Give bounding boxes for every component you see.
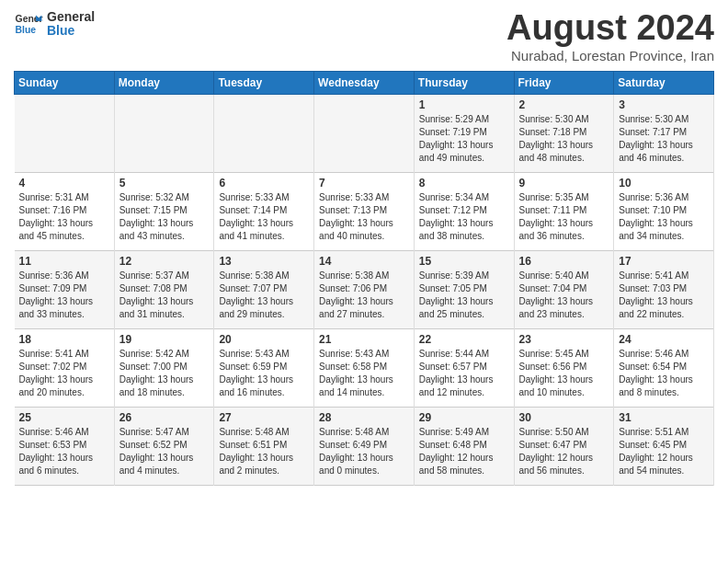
cell-info: Sunrise: 5:30 AM Sunset: 7:18 PM Dayligh… [519, 113, 609, 165]
week-row-3: 11Sunrise: 5:36 AM Sunset: 7:09 PM Dayli… [15, 250, 714, 328]
title-area: August 2024 Nurabad, Lorestan Province, … [506, 9, 714, 63]
week-row-2: 4Sunrise: 5:31 AM Sunset: 7:16 PM Daylig… [15, 172, 714, 250]
cell-info: Sunrise: 5:46 AM Sunset: 6:54 PM Dayligh… [619, 348, 709, 399]
day-number: 29 [419, 411, 509, 424]
day-number: 8 [419, 177, 509, 190]
header-friday: Friday [514, 71, 614, 94]
cell-info: Sunrise: 5:43 AM Sunset: 6:58 PM Dayligh… [319, 348, 409, 399]
week-row-1: 1Sunrise: 5:29 AM Sunset: 7:19 PM Daylig… [15, 94, 714, 172]
cell-info: Sunrise: 5:45 AM Sunset: 6:56 PM Dayligh… [519, 348, 609, 399]
calendar-cell: 30Sunrise: 5:50 AM Sunset: 6:47 PM Dayli… [514, 407, 614, 485]
calendar-table: SundayMondayTuesdayWednesdayThursdayFrid… [14, 71, 714, 486]
day-number: 22 [419, 333, 509, 346]
day-number: 6 [219, 177, 309, 190]
calendar-cell: 31Sunrise: 5:51 AM Sunset: 6:45 PM Dayli… [614, 407, 714, 485]
calendar-cell: 17Sunrise: 5:41 AM Sunset: 7:03 PM Dayli… [614, 250, 714, 328]
cell-info: Sunrise: 5:42 AM Sunset: 7:00 PM Dayligh… [119, 348, 210, 399]
header-row: SundayMondayTuesdayWednesdayThursdayFrid… [15, 71, 714, 94]
day-number: 19 [119, 333, 210, 346]
calendar-cell: 10Sunrise: 5:36 AM Sunset: 7:10 PM Dayli… [614, 172, 714, 250]
day-number: 10 [619, 177, 709, 190]
cell-info: Sunrise: 5:33 AM Sunset: 7:13 PM Dayligh… [319, 191, 409, 243]
day-number: 5 [119, 177, 210, 190]
calendar-cell: 15Sunrise: 5:39 AM Sunset: 7:05 PM Dayli… [414, 250, 514, 328]
cell-info: Sunrise: 5:50 AM Sunset: 6:47 PM Dayligh… [519, 426, 609, 477]
cell-info: Sunrise: 5:49 AM Sunset: 6:48 PM Dayligh… [419, 426, 509, 477]
cell-info: Sunrise: 5:44 AM Sunset: 6:57 PM Dayligh… [419, 348, 509, 399]
day-number: 20 [219, 333, 309, 346]
cell-info: Sunrise: 5:36 AM Sunset: 7:10 PM Dayligh… [619, 191, 709, 243]
calendar-cell: 11Sunrise: 5:36 AM Sunset: 7:09 PM Dayli… [15, 250, 115, 328]
day-number: 27 [219, 411, 309, 424]
calendar-cell: 27Sunrise: 5:48 AM Sunset: 6:51 PM Dayli… [214, 407, 314, 485]
day-number: 21 [319, 333, 409, 346]
calendar-cell: 24Sunrise: 5:46 AM Sunset: 6:54 PM Dayli… [614, 328, 714, 407]
day-number: 14 [319, 255, 409, 268]
day-number: 23 [519, 333, 609, 346]
calendar-cell: 19Sunrise: 5:42 AM Sunset: 7:00 PM Dayli… [114, 328, 214, 407]
day-number: 12 [119, 255, 210, 268]
day-number: 24 [619, 333, 709, 346]
calendar-cell: 6Sunrise: 5:33 AM Sunset: 7:14 PM Daylig… [214, 172, 314, 250]
calendar-cell: 26Sunrise: 5:47 AM Sunset: 6:52 PM Dayli… [114, 407, 214, 485]
day-number: 28 [319, 411, 409, 424]
day-number: 16 [519, 255, 609, 268]
cell-info: Sunrise: 5:38 AM Sunset: 7:06 PM Dayligh… [319, 270, 409, 321]
cell-info: Sunrise: 5:36 AM Sunset: 7:09 PM Dayligh… [19, 270, 109, 321]
header-tuesday: Tuesday [214, 71, 314, 94]
cell-info: Sunrise: 5:37 AM Sunset: 7:08 PM Dayligh… [119, 270, 210, 321]
cell-info: Sunrise: 5:48 AM Sunset: 6:49 PM Dayligh… [319, 426, 409, 477]
cell-info: Sunrise: 5:41 AM Sunset: 7:03 PM Dayligh… [619, 270, 709, 321]
location-subtitle: Nurabad, Lorestan Province, Iran [506, 48, 714, 63]
calendar-cell [15, 94, 115, 172]
calendar-cell: 21Sunrise: 5:43 AM Sunset: 6:58 PM Dayli… [314, 328, 415, 407]
cell-info: Sunrise: 5:38 AM Sunset: 7:07 PM Dayligh… [219, 270, 309, 321]
calendar-cell: 20Sunrise: 5:43 AM Sunset: 6:59 PM Dayli… [214, 328, 314, 407]
day-number: 4 [19, 177, 109, 190]
day-number: 11 [19, 255, 109, 268]
cell-info: Sunrise: 5:39 AM Sunset: 7:05 PM Dayligh… [419, 270, 509, 321]
cell-info: Sunrise: 5:35 AM Sunset: 7:11 PM Dayligh… [519, 191, 609, 243]
calendar-cell: 22Sunrise: 5:44 AM Sunset: 6:57 PM Dayli… [414, 328, 514, 407]
calendar-cell: 25Sunrise: 5:46 AM Sunset: 6:53 PM Dayli… [15, 407, 115, 485]
calendar-cell: 8Sunrise: 5:34 AM Sunset: 7:12 PM Daylig… [414, 172, 514, 250]
calendar-cell: 16Sunrise: 5:40 AM Sunset: 7:04 PM Dayli… [514, 250, 614, 328]
day-number: 26 [119, 411, 210, 424]
day-number: 30 [519, 411, 609, 424]
calendar-cell [214, 94, 314, 172]
cell-info: Sunrise: 5:51 AM Sunset: 6:45 PM Dayligh… [619, 426, 709, 477]
calendar-cell: 9Sunrise: 5:35 AM Sunset: 7:11 PM Daylig… [514, 172, 614, 250]
calendar-cell [114, 94, 214, 172]
week-row-5: 25Sunrise: 5:46 AM Sunset: 6:53 PM Dayli… [15, 407, 714, 485]
day-number: 18 [19, 333, 109, 346]
day-number: 1 [419, 98, 509, 111]
day-number: 2 [519, 98, 609, 111]
calendar-cell: 12Sunrise: 5:37 AM Sunset: 7:08 PM Dayli… [114, 250, 214, 328]
svg-text:Blue: Blue [16, 25, 37, 35]
calendar-cell: 28Sunrise: 5:48 AM Sunset: 6:49 PM Dayli… [314, 407, 415, 485]
day-number: 15 [419, 255, 509, 268]
day-number: 25 [19, 411, 109, 424]
header-sunday: Sunday [15, 71, 115, 94]
logo-icon: General Blue [14, 9, 43, 39]
month-title: August 2024 [506, 9, 714, 48]
cell-info: Sunrise: 5:47 AM Sunset: 6:52 PM Dayligh… [119, 426, 210, 477]
cell-info: Sunrise: 5:48 AM Sunset: 6:51 PM Dayligh… [219, 426, 309, 477]
calendar-cell: 23Sunrise: 5:45 AM Sunset: 6:56 PM Dayli… [514, 328, 614, 407]
header-monday: Monday [114, 71, 214, 94]
header-wednesday: Wednesday [314, 71, 415, 94]
calendar-cell: 14Sunrise: 5:38 AM Sunset: 7:06 PM Dayli… [314, 250, 415, 328]
calendar-header: SundayMondayTuesdayWednesdayThursdayFrid… [15, 71, 714, 94]
calendar-cell: 13Sunrise: 5:38 AM Sunset: 7:07 PM Dayli… [214, 250, 314, 328]
day-number: 9 [519, 177, 609, 190]
calendar-cell: 4Sunrise: 5:31 AM Sunset: 7:16 PM Daylig… [15, 172, 115, 250]
day-number: 3 [619, 98, 709, 111]
calendar-cell: 7Sunrise: 5:33 AM Sunset: 7:13 PM Daylig… [314, 172, 415, 250]
calendar-cell [314, 94, 415, 172]
cell-info: Sunrise: 5:46 AM Sunset: 6:53 PM Dayligh… [19, 426, 109, 477]
day-number: 17 [619, 255, 709, 268]
calendar-body: 1Sunrise: 5:29 AM Sunset: 7:19 PM Daylig… [15, 94, 714, 485]
cell-info: Sunrise: 5:41 AM Sunset: 7:02 PM Dayligh… [19, 348, 109, 399]
cell-info: Sunrise: 5:43 AM Sunset: 6:59 PM Dayligh… [219, 348, 309, 399]
week-row-4: 18Sunrise: 5:41 AM Sunset: 7:02 PM Dayli… [15, 328, 714, 407]
